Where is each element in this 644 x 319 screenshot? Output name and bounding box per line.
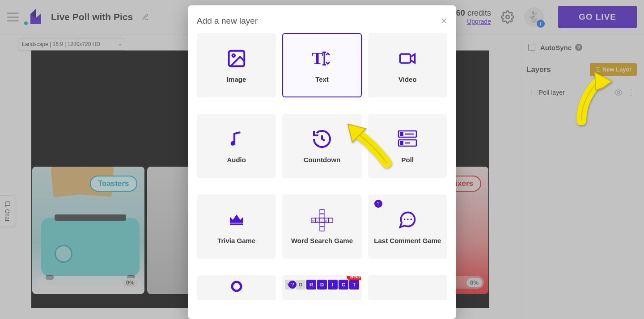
help-badge-icon[interactable]: ?: [288, 281, 297, 289]
svg-rect-11: [400, 141, 403, 145]
tile-label: Poll: [402, 156, 414, 164]
tile-label: Audio: [227, 156, 246, 164]
countdown-icon: [310, 128, 334, 150]
poll-icon: [395, 128, 419, 150]
tile-partial-3[interactable]: [368, 275, 447, 300]
modal-title: Add a new layer: [197, 16, 258, 26]
modal-close-icon[interactable]: ✕: [441, 16, 447, 26]
svg-text:T: T: [312, 49, 323, 67]
svg-point-27: [404, 218, 406, 220]
tile-wordict[interactable]: ? Beta W O R D I C T: [282, 275, 361, 300]
svg-point-30: [232, 282, 241, 291]
svg-rect-10: [400, 132, 403, 136]
layer-type-grid: Image T Text Video Audio Countdown: [197, 33, 447, 319]
circle-icon: [225, 280, 249, 293]
modal-header: Add a new layer ✕: [197, 16, 447, 26]
comment-icon: [395, 209, 419, 231]
tile-label: Countdown: [304, 156, 340, 164]
tile-label: Word Search Game: [291, 237, 353, 244]
text-icon: T: [310, 48, 334, 69]
svg-point-7: [230, 141, 235, 146]
tile-countdown[interactable]: Countdown: [282, 114, 361, 178]
tile-video[interactable]: Video: [368, 33, 447, 97]
tile-label: Last Comment Game: [374, 237, 441, 244]
svg-rect-14: [320, 209, 324, 214]
tile-last-comment-game[interactable]: ? Last Comment Game: [368, 194, 447, 259]
svg-text:W: W: [312, 219, 315, 222]
audio-icon: [225, 128, 249, 150]
tile-trivia-game[interactable]: Trivia Game: [197, 194, 276, 259]
svg-point-28: [407, 218, 409, 220]
svg-rect-6: [400, 54, 411, 63]
beta-badge: Beta: [347, 275, 362, 280]
svg-text:R: R: [321, 219, 322, 222]
tile-label: Image: [227, 76, 246, 83]
tile-label: Video: [398, 76, 417, 83]
svg-point-4: [232, 54, 235, 57]
tile-label: Text: [315, 76, 329, 83]
svg-rect-15: [320, 214, 324, 218]
help-badge-icon[interactable]: ?: [374, 200, 382, 208]
tile-poll[interactable]: Poll: [368, 114, 447, 178]
svg-point-29: [411, 218, 412, 220]
add-layer-modal: Add a new layer ✕ Image T Text Video: [188, 5, 456, 319]
svg-text:O: O: [316, 219, 318, 222]
crossword-icon: WORD: [310, 209, 334, 231]
svg-rect-20: [328, 218, 333, 222]
tile-word-search-game[interactable]: WORD Word Search Game: [282, 194, 361, 259]
image-icon: [225, 48, 249, 69]
tile-text[interactable]: T Text: [282, 33, 361, 97]
tile-image[interactable]: Image: [197, 33, 276, 97]
tile-label: Trivia Game: [217, 237, 255, 244]
video-icon: [395, 48, 419, 69]
svg-rect-21: [320, 222, 324, 227]
svg-text:D: D: [325, 219, 327, 222]
crown-icon: [225, 209, 249, 231]
tile-partial-1[interactable]: [197, 275, 276, 300]
svg-rect-22: [320, 227, 324, 231]
tile-audio[interactable]: Audio: [197, 114, 276, 178]
